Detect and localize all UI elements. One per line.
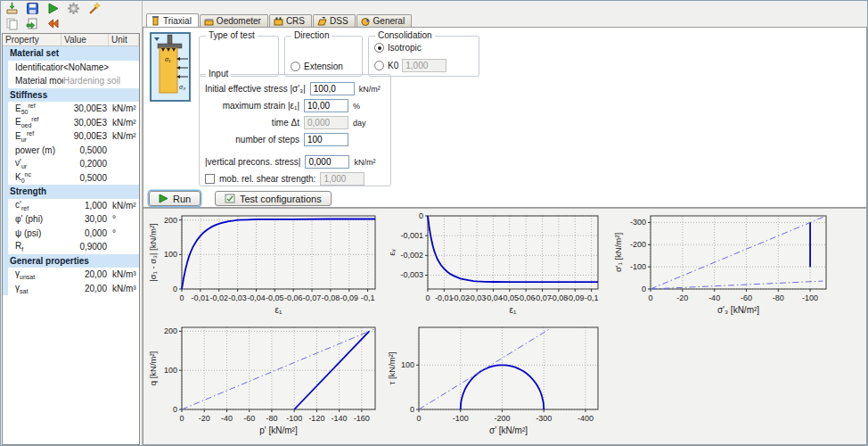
property-row[interactable]: K0nc0,5000 <box>3 171 139 186</box>
property-row[interactable]: Rf0,9000 <box>3 240 139 254</box>
property-name: Eoedref <box>8 116 63 128</box>
property-row[interactable]: Material modelHardening soil <box>3 74 139 88</box>
wizard-wand-icon[interactable] <box>86 2 101 15</box>
property-value[interactable]: 30,00E3 <box>63 118 109 128</box>
radio-k0[interactable]: K0 <box>374 59 446 72</box>
property-name: Eurref <box>8 130 63 143</box>
property-name: E50ref <box>8 103 63 115</box>
mob-rel-shear-strength-input[interactable] <box>320 172 364 186</box>
open-icon[interactable] <box>4 2 19 15</box>
property-value[interactable]: 20,00 <box>63 284 109 293</box>
tab-general[interactable]: General <box>356 14 413 27</box>
property-value[interactable]: 0,000 <box>63 228 109 238</box>
tab-crs[interactable]: CRS <box>269 14 312 27</box>
property-table: Property Value Unit Material setIdentifi… <box>2 33 140 445</box>
save-icon[interactable] <box>25 2 39 15</box>
property-value[interactable]: 0,5000 <box>63 145 109 155</box>
svg-text:0: 0 <box>179 414 184 423</box>
property-value[interactable]: 20,00 <box>63 269 109 279</box>
tab-triaxial[interactable]: Triaxial <box>146 13 199 27</box>
tab-oedometer[interactable]: Oedometer <box>200 14 268 27</box>
field-maximum-strain: maximum strain |ε₁| % <box>200 97 390 114</box>
vertical-precons-stress-input[interactable] <box>305 155 349 169</box>
radio-extension-circle[interactable] <box>291 62 300 71</box>
stress-strain-chart: 0-0,01-0,02-0,03-0,04-0,05-0,06-0,07-0,0… <box>148 211 383 316</box>
svg-text:εᵥ: εᵥ <box>387 248 397 255</box>
initial-effective-stress-input[interactable] <box>310 82 355 95</box>
property-row[interactable]: φ' (phi)30,00° <box>3 212 139 227</box>
maximum-strain-input[interactable] <box>304 99 348 112</box>
property-section-header: Material set <box>3 46 139 61</box>
property-row[interactable]: c'ref1,000kN/m² <box>3 199 139 213</box>
svg-text:-300: -300 <box>630 218 646 227</box>
property-value[interactable]: 30,00 <box>63 214 109 224</box>
property-unit: ° <box>109 228 139 238</box>
radio-extension[interactable]: Extension <box>291 62 343 71</box>
property-row[interactable]: E50ref30,00E3kN/m² <box>3 102 139 116</box>
radio-isotropic-circle[interactable] <box>374 43 384 53</box>
svg-text:-40: -40 <box>221 414 233 423</box>
settings-gear-icon[interactable] <box>66 2 80 15</box>
triaxial-tab-icon <box>151 15 160 26</box>
direction-title: Direction <box>291 30 332 40</box>
property-value[interactable]: 0,9000 <box>63 242 109 252</box>
dss-tab-icon <box>317 16 327 27</box>
run-button[interactable]: Run <box>149 191 201 206</box>
general-tab-icon <box>361 16 371 27</box>
svg-text:-300: -300 <box>536 414 552 423</box>
svg-text:0: 0 <box>419 211 423 220</box>
field-mob-rel-shear-strength: mob. rel. shear strength: <box>200 170 390 187</box>
svg-text:-120: -120 <box>308 414 324 423</box>
property-name: ψ (psi) <box>8 228 63 238</box>
field-unit: day <box>353 119 385 128</box>
svg-text:-100: -100 <box>802 293 818 302</box>
property-value[interactable]: Hardening soil <box>63 76 109 86</box>
toolbar-row-1 <box>1 1 142 16</box>
radio-isotropic[interactable]: Isotropic <box>374 43 422 53</box>
test-panel: Triaxial Oedometer CRS DSS General <box>143 1 868 446</box>
svg-text:-0,08: -0,08 <box>322 293 340 302</box>
svg-text:-80: -80 <box>773 293 784 302</box>
property-row[interactable]: Identification<NoName> <box>3 61 139 75</box>
number-of-steps-input[interactable] <box>304 133 348 146</box>
property-row[interactable]: γunsat20,00kN/m³ <box>3 268 139 282</box>
property-row[interactable]: Eurref90,00E3kN/m² <box>3 129 139 144</box>
property-row[interactable]: ψ (psi)0,000° <box>3 227 139 241</box>
k0-input[interactable] <box>402 59 446 72</box>
property-row[interactable]: power (m)0,5000 <box>3 144 139 158</box>
property-row[interactable]: ν'ur0,2000 <box>3 157 139 171</box>
property-name: K0nc <box>8 171 63 184</box>
radio-k0-circle[interactable] <box>374 61 384 70</box>
tab-dss[interactable]: DSS <box>313 14 356 27</box>
property-name: Material model <box>8 76 63 86</box>
svg-text:0: 0 <box>416 414 421 423</box>
property-value[interactable]: 0,2000 <box>63 159 109 169</box>
copy-icon[interactable] <box>4 17 19 30</box>
property-value[interactable]: 1,000 <box>63 201 109 211</box>
rewind-icon[interactable] <box>45 17 60 30</box>
property-name: power (m) <box>8 145 63 155</box>
property-row[interactable]: Eoedref30,00E3kN/m² <box>3 116 139 130</box>
run-icon[interactable] <box>45 2 60 15</box>
property-row[interactable]: γsat20,00kN/m³ <box>3 282 139 296</box>
property-value[interactable]: 30,00E3 <box>63 103 109 113</box>
svg-text:-0,1: -0,1 <box>361 293 375 302</box>
svg-text:-0,03: -0,03 <box>228 293 247 302</box>
property-value[interactable]: 0,5000 <box>63 173 109 183</box>
property-value[interactable]: 90,00E3 <box>63 131 109 141</box>
sigma1-label: σ₁ <box>165 56 171 62</box>
svg-text:-0,002: -0,002 <box>400 251 423 260</box>
property-unit: kN/m² <box>109 103 139 113</box>
radio-extension-label: Extension <box>304 62 343 71</box>
test-configurations-button[interactable]: Test configurations <box>215 191 332 206</box>
svg-text:-20: -20 <box>676 293 688 302</box>
property-value[interactable]: <NoName> <box>63 62 109 72</box>
svg-text:q [kN/m²]: q [kN/m²] <box>148 351 158 386</box>
triaxial-specimen-image: σ₁ σ₃ <box>150 32 191 102</box>
time-input[interactable] <box>304 116 348 129</box>
svg-text:-60: -60 <box>243 414 255 423</box>
field-label: Initial effective stress |σ'₃| <box>205 84 306 94</box>
import-icon[interactable] <box>25 17 39 30</box>
mob-rel-shear-strength-checkbox[interactable] <box>205 174 215 184</box>
material-properties-panel: Property Value Unit Material setIdentifi… <box>1 1 142 446</box>
